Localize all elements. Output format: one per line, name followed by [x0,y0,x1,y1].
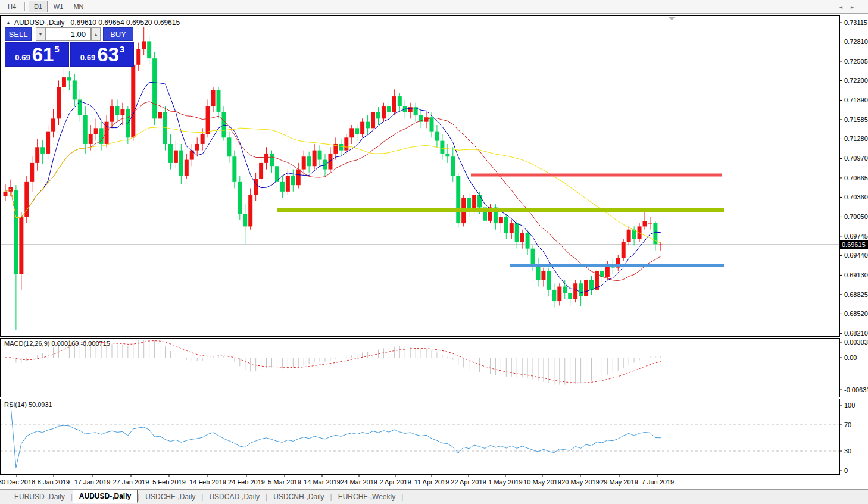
svg-text:-0.00631: -0.00631 [844,386,868,393]
date-axis: 30 Dec 20188 Jan 201917 Jan 201927 Jan 2… [0,475,674,486]
svg-text:29 May 2019: 29 May 2019 [600,478,638,486]
current-price-tag: 0.69615 [840,240,868,249]
svg-text:0.00: 0.00 [844,354,857,361]
svg-text:0.72200: 0.72200 [844,77,868,84]
svg-text:2 Apr 2019: 2 Apr 2019 [379,478,411,486]
tab-scroll-arrows[interactable]: ◂▸ [839,4,862,10]
svg-text:30 Dec 2018: 30 Dec 2018 [0,478,35,486]
svg-text:0.68520: 0.68520 [844,310,868,317]
tab-eurusd-daily[interactable]: EURUSD-,Daily [8,491,71,503]
svg-text:0.70050: 0.70050 [844,213,868,220]
buy-price-tile[interactable]: 0.69 63 3 [70,42,134,67]
tab-audusd-daily[interactable]: AUDUSD-,Daily [73,490,138,503]
buy-price-prefix: 0.69 [80,53,95,62]
tab-usdcad-daily[interactable]: USDCAD-,Daily [203,491,266,503]
svg-text:0.003035: 0.003035 [844,339,868,346]
tab-scroll-right-icon[interactable]: ▸ [851,4,862,10]
svg-text:0.71280: 0.71280 [844,135,868,142]
svg-text:5 Feb 2019: 5 Feb 2019 [152,478,186,486]
svg-text:0.73115: 0.73115 [844,19,867,26]
sell-price-prefix: 0.69 [15,53,30,62]
svg-text:20 May 2019: 20 May 2019 [561,478,600,486]
tab-separator: | [401,493,403,501]
svg-text:8 Jan 2019: 8 Jan 2019 [38,478,70,486]
svg-text:0.72505: 0.72505 [844,58,868,65]
buy-price-big: 63 [97,45,119,64]
buy-button[interactable]: BUY [103,27,133,41]
svg-text:0.69745: 0.69745 [844,233,868,240]
svg-text:0.70970: 0.70970 [844,155,868,162]
volume-input[interactable] [45,27,91,41]
svg-text:17 Jan 2019: 17 Jan 2019 [74,478,111,486]
svg-text:0.70665: 0.70665 [844,174,868,181]
pane-bg-macd [1,339,840,397]
volume-increase-button[interactable]: ▴ [91,27,101,41]
sell-price-tile[interactable]: 0.69 61 5 [5,42,69,67]
svg-text:27 Jan 2019: 27 Jan 2019 [113,478,149,486]
svg-text:0.68210: 0.68210 [844,330,868,337]
sell-price-big: 61 [32,45,54,64]
svg-text:0.70360: 0.70360 [844,193,868,201]
svg-text:11 Apr 2019: 11 Apr 2019 [414,478,449,486]
svg-text:14 Feb 2019: 14 Feb 2019 [189,478,226,486]
tab-scroll-left-icon[interactable]: ◂ [839,4,851,10]
svg-text:24 Feb 2019: 24 Feb 2019 [228,478,265,486]
collapse-triangle-icon[interactable]: ▲ [6,20,11,26]
svg-text:0.71585: 0.71585 [844,116,868,123]
svg-text:5 Mar 2019: 5 Mar 2019 [268,478,301,486]
tab-usdchf-daily[interactable]: USDCHF-,Daily [139,491,201,503]
svg-text:0.69130: 0.69130 [844,271,868,278]
svg-text:30: 30 [844,447,851,455]
ohlc-values: 0.69610 0.69654 0.69520 0.69615 [71,18,180,27]
svg-text:10 May 2019: 10 May 2019 [523,478,561,486]
svg-text:14 Mar 2019: 14 Mar 2019 [304,478,341,486]
symbol-period-label: AUDUSD-,Daily [14,18,65,27]
svg-text:0.71890: 0.71890 [844,96,868,104]
tab-usdcnh-daily[interactable]: USDCNH-,Daily [267,491,330,503]
chart-canvas[interactable]: 0.731150.728100.725050.722000.718900.715… [0,0,868,504]
sell-button[interactable]: SELL [5,27,32,41]
sell-price-pipette: 5 [54,44,59,54]
svg-text:100: 100 [844,402,855,409]
svg-text:1 May 2019: 1 May 2019 [488,478,522,486]
rsi-label: RSI(14) 50.0931 [4,401,52,408]
svg-text:7 Jun 2019: 7 Jun 2019 [642,478,674,486]
svg-text:0.68825: 0.68825 [844,291,868,298]
svg-text:24 Mar 2019: 24 Mar 2019 [341,478,377,486]
svg-text:22 Apr 2019: 22 Apr 2019 [451,478,486,486]
macd-label: MACD(12,26,9) 0.000160 -0.000715 [4,340,110,347]
pane-bg-rsi [1,399,840,475]
volume-decrease-button[interactable]: ▾ [36,27,45,41]
chart-title: ▲AUDUSD-,Daily0.69610 0.69654 0.69520 0.… [6,18,180,27]
one-click-trade-panel: SELL ▾ ▴ BUY 0.69 61 5 0.69 63 3 [5,26,135,67]
chart-tab-bar: EURUSD-,Daily | AUDUSD-,Daily | USDCHF-,… [0,489,868,504]
buy-price-pipette: 3 [120,44,124,54]
svg-text:70: 70 [844,421,851,428]
svg-text:0: 0 [844,467,848,474]
svg-text:0.69440: 0.69440 [844,252,868,259]
svg-text:0.72810: 0.72810 [844,38,868,45]
tab-eurchf-weekly[interactable]: EURCHF-,Weekly [332,491,401,503]
trading-platform-window: H4D1W1MN 0.731150.728100.725050.722000.7… [0,0,868,504]
